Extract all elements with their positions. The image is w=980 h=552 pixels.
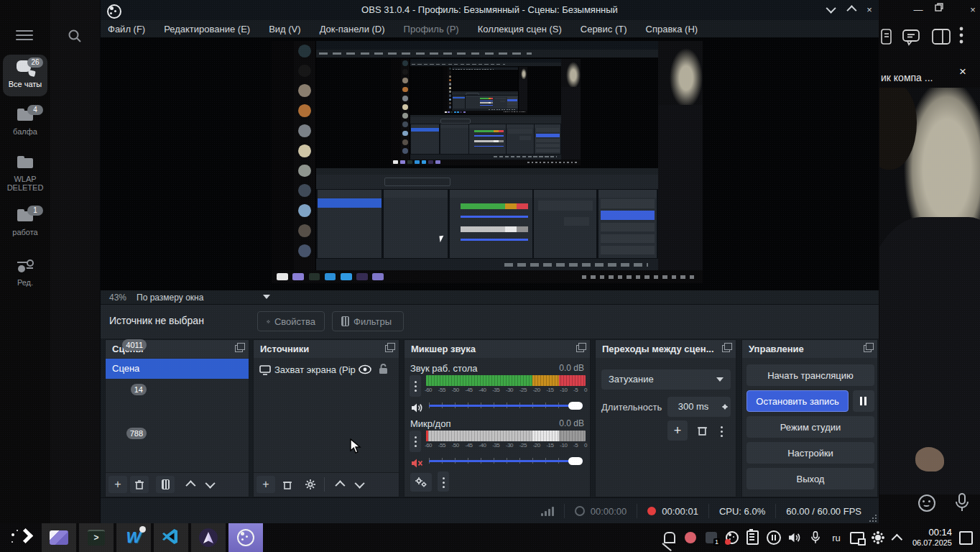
bg-minimize-button[interactable]: — xyxy=(907,3,929,17)
remove-transition-button[interactable] xyxy=(692,420,712,441)
comments-icon[interactable] xyxy=(902,29,920,46)
pause-recording-button[interactable] xyxy=(853,390,874,412)
lock-icon[interactable] xyxy=(379,364,388,374)
channel-menu-dots-icon[interactable] xyxy=(410,431,421,452)
obs-tray-icon[interactable] xyxy=(725,530,739,545)
taskbar-w-app[interactable]: W xyxy=(116,523,151,552)
add-transition-button[interactable]: + xyxy=(667,420,688,441)
mic-tray-icon[interactable] xyxy=(808,530,823,545)
sources-panel-header[interactable]: Источники xyxy=(254,340,399,358)
hamburger-menu-icon[interactable] xyxy=(16,30,33,42)
taskbar-vscode[interactable] xyxy=(154,523,188,552)
start-button[interactable] xyxy=(10,528,34,548)
menu-item-view[interactable]: Вид (V) xyxy=(269,24,300,34)
volume-slider-desktop[interactable] xyxy=(429,401,583,410)
menu-item-docks[interactable]: Док-панели (D) xyxy=(320,24,385,34)
popout-icon[interactable] xyxy=(235,345,243,352)
taskbar-clock[interactable]: 00:14 06.07.2025 xyxy=(912,528,952,548)
exit-button[interactable]: Выход xyxy=(746,468,874,489)
transition-type-dropdown[interactable]: Затухание xyxy=(601,369,731,390)
messenger-tray-icon[interactable]: 1 xyxy=(704,530,718,545)
menu-item-file[interactable]: Файл (F) xyxy=(108,24,145,34)
move-source-up-button[interactable] xyxy=(330,476,348,493)
mic-muted-icon[interactable] xyxy=(409,455,425,471)
channel-menu-dots-icon[interactable] xyxy=(410,375,421,397)
split-view-icon[interactable] xyxy=(932,29,951,45)
start-streaming-button[interactable]: Начать трансляцию xyxy=(746,364,874,386)
source-item[interactable]: Захват экрана (Pip xyxy=(254,361,399,380)
mixer-panel-header[interactable]: Микшер звука xyxy=(405,340,590,358)
taskbar-explorer[interactable] xyxy=(42,523,76,552)
menu-item-profile[interactable]: Профиль (P) xyxy=(404,24,459,34)
brightness-icon[interactable] xyxy=(871,530,885,545)
recording-indicator[interactable] xyxy=(683,530,698,545)
taskbar-terminal[interactable]: > xyxy=(79,523,114,552)
language-indicator[interactable]: ru xyxy=(829,530,843,545)
move-scene-up-button[interactable] xyxy=(180,476,199,493)
folder-wlap-deleted[interactable]: WLAP DELETED xyxy=(3,150,47,200)
slider-handle[interactable] xyxy=(568,402,583,410)
maximize-button[interactable] xyxy=(841,0,860,20)
folder-balfa[interactable]: 4 балфа xyxy=(3,102,47,142)
kebab-menu-icon[interactable] xyxy=(959,26,963,45)
controls-panel-header[interactable]: Управление xyxy=(742,340,877,358)
advanced-audio-gears-icon[interactable] xyxy=(410,473,432,492)
visibility-eye-icon[interactable] xyxy=(359,364,371,374)
close-button[interactable]: × xyxy=(860,0,879,20)
filters-button[interactable]: Фильтры xyxy=(332,311,404,331)
scene-filters-button[interactable] xyxy=(156,476,175,493)
menu-item-scene-collection[interactable]: Коллекция сцен (S) xyxy=(478,24,562,34)
spinbox-arrows[interactable] xyxy=(719,397,731,417)
obs-titlebar[interactable]: OBS 31.0.4 - Профиль: Безымянный - Сцены… xyxy=(101,0,879,20)
menu-item-edit[interactable]: Редактирование (E) xyxy=(164,24,250,34)
menu-item-help[interactable]: Справка (H) xyxy=(646,24,698,34)
mixer-menu-dots-icon[interactable] xyxy=(438,472,449,492)
scene-item-selected[interactable]: Сцена xyxy=(106,359,249,379)
folder-all-chats[interactable]: 26 Все чаты xyxy=(3,55,47,96)
folder-edit[interactable]: Ред. xyxy=(3,253,47,290)
properties-button[interactable]: Свойства xyxy=(257,311,325,331)
taskbar-plane-app[interactable] xyxy=(191,523,226,552)
popout-icon[interactable] xyxy=(385,345,393,352)
cast-screen-icon[interactable] xyxy=(850,530,864,545)
search-icon[interactable] xyxy=(68,29,82,43)
preview-canvas[interactable] xyxy=(272,41,703,283)
emoji-icon[interactable] xyxy=(918,494,935,512)
minimize-button[interactable] xyxy=(823,0,841,20)
add-scene-button[interactable]: + xyxy=(108,476,127,493)
notifications-off-icon[interactable] xyxy=(662,530,677,545)
taskbar-obs-active[interactable] xyxy=(228,523,263,552)
settings-button[interactable]: Настройки xyxy=(746,442,874,464)
tray-expand-chevron-icon[interactable] xyxy=(892,530,906,545)
move-source-down-button[interactable] xyxy=(351,476,370,493)
clipboard-icon[interactable] xyxy=(746,530,760,545)
transition-menu-dots-icon[interactable] xyxy=(715,420,728,441)
popout-icon[interactable] xyxy=(576,345,584,352)
volume-slider-mic[interactable] xyxy=(429,456,583,465)
speaker-tray-icon[interactable] xyxy=(787,530,802,545)
menu-item-tools[interactable]: Сервис (T) xyxy=(581,24,627,34)
list-icon[interactable] xyxy=(880,29,892,45)
popout-icon[interactable] xyxy=(864,345,872,352)
popout-icon[interactable] xyxy=(722,345,730,352)
remove-scene-button[interactable] xyxy=(130,476,149,493)
notification-center-icon[interactable] xyxy=(958,530,973,545)
resize-grip[interactable] xyxy=(868,513,877,522)
bg-close-button[interactable]: × xyxy=(962,3,980,17)
bg-restore-button[interactable] xyxy=(935,3,956,17)
preview-zoom-bar[interactable]: 43% По размеру окна xyxy=(101,290,879,305)
stop-recording-button[interactable]: Остановить запись xyxy=(746,390,849,412)
add-source-button[interactable]: + xyxy=(256,476,275,493)
pause-tray-icon[interactable] xyxy=(767,530,781,545)
duration-spinbox[interactable]: 300 ms xyxy=(667,397,719,417)
transitions-panel-header[interactable]: Переходы между сцен... xyxy=(596,340,736,358)
slider-handle[interactable] xyxy=(568,457,583,465)
remove-source-button[interactable] xyxy=(278,476,297,493)
mic-input-icon[interactable] xyxy=(954,493,970,513)
video-frame[interactable] xyxy=(879,88,980,494)
studio-mode-button[interactable]: Режим студии xyxy=(746,416,874,438)
speaker-icon[interactable] xyxy=(409,400,425,415)
folder-rabota[interactable]: 1 работа xyxy=(3,203,47,243)
source-properties-gear-icon[interactable] xyxy=(301,476,320,493)
caption-close-icon[interactable]: × xyxy=(959,65,966,79)
